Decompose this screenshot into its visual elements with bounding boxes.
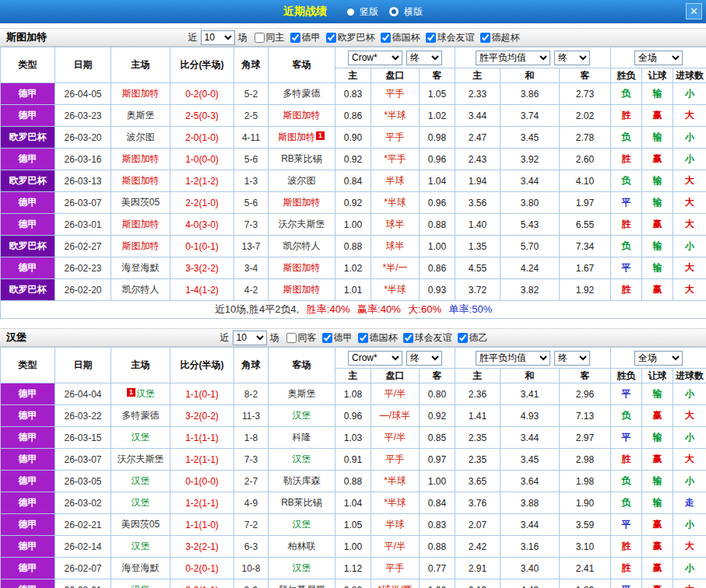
handicap-final-select[interactable]: 终	[406, 351, 442, 366]
result-goals: 小	[673, 427, 706, 449]
scope-select[interactable]: 全场	[634, 351, 683, 366]
handicap-line: 平手	[371, 127, 420, 149]
sub-column-header: 让球	[642, 369, 673, 383]
league-checkbox-label: 德国杯	[392, 31, 420, 44]
euro-away-odds: 2.78	[560, 127, 611, 149]
same-side-checkbox[interactable]: 同主	[249, 31, 285, 44]
league-checkbox[interactable]: 德甲	[285, 31, 321, 44]
home-team-cell: 汉堡	[111, 536, 170, 558]
corner-cell: 3-4	[234, 257, 269, 279]
same-side-checkbox[interactable]: 同客	[281, 331, 317, 345]
sub-column-header: 客	[420, 369, 455, 383]
sub-column-header: 和	[501, 369, 560, 383]
same-side-checkbox-input[interactable]	[286, 333, 297, 343]
column-header: 类型	[1, 348, 55, 383]
euro-away-odds: 1.90	[560, 492, 611, 514]
result-outcome: 胜	[611, 149, 642, 170]
match-date: 26-03-16	[55, 149, 111, 170]
match-row: 德甲26-03-22多特蒙德3-2(0-2)11-3汉堡0.96—/球半0.92…	[1, 405, 706, 427]
league-checkbox-input[interactable]	[322, 333, 332, 343]
bookmaker-select[interactable]: Crow*	[348, 51, 402, 65]
stats-summary-part: 赢率:40%	[354, 303, 400, 315]
league-checkbox-input[interactable]	[290, 33, 300, 43]
close-icon[interactable]: ✕	[686, 3, 702, 19]
euro-draw-odds: 3.45	[501, 449, 560, 471]
league-checkbox[interactable]: 球会友谊	[420, 31, 475, 44]
league-checkbox[interactable]: 德国杯	[353, 331, 398, 345]
league-checkbox[interactable]: 德国杯	[375, 31, 420, 44]
vertical-layout-radio[interactable]	[347, 9, 354, 16]
match-row: 德甲26-03-15汉堡1-1(1-1)1-8科隆1.03平/半0.852.35…	[1, 427, 706, 449]
corner-cell: 7-3	[234, 214, 269, 236]
recent-results-table: 类型日期主场比分(半场)角球客场Crow*终胜平负均值终全场主盘口客主和客胜负让…	[0, 347, 706, 588]
league-checkbox-input[interactable]	[426, 33, 436, 43]
league-checkbox[interactable]: 球会友谊	[398, 331, 452, 345]
match-date: 26-03-01	[55, 214, 111, 236]
sub-column-header: 盘口	[371, 68, 420, 83]
horizontal-layout-radio[interactable]	[389, 7, 399, 16]
result-outcome: 负	[611, 236, 642, 257]
result-handicap: 赢	[642, 105, 673, 127]
score-cell: 1-2(1-2)	[170, 170, 234, 192]
match-date: 26-03-15	[55, 427, 111, 449]
europe-odds-group-header: 胜平负均值终	[455, 47, 611, 68]
scope-select[interactable]: 全场	[634, 51, 683, 65]
league-checkbox-input[interactable]	[326, 33, 336, 43]
euro-away-odds: 2.96	[560, 383, 611, 405]
result-handicap: 赢	[642, 536, 673, 558]
match-date: 26-02-07	[55, 558, 111, 579]
corner-cell: 1-8	[234, 427, 269, 449]
league-checkbox-input[interactable]	[403, 333, 413, 343]
horizontal-layout-label[interactable]: 横版	[404, 5, 423, 19]
recent-count-select[interactable]: 10	[233, 331, 267, 345]
league-checkbox-input[interactable]	[358, 333, 368, 343]
result-goals: 大	[673, 214, 706, 236]
corner-cell: 1-3	[234, 170, 269, 192]
europe-final-select[interactable]: 终	[554, 351, 590, 366]
handicap-final-select[interactable]: 终	[406, 51, 442, 65]
league-checkbox[interactable]: 德甲	[317, 331, 353, 345]
result-handicap: 输	[642, 83, 673, 105]
handicap-home-odds: 0.82	[335, 579, 371, 588]
result-handicap: 赢	[642, 214, 673, 236]
stats-summary-part: 胜率:40%	[304, 303, 349, 315]
red-card-badge: 1	[316, 131, 325, 140]
match-row: 德甲26-02-14汉堡3-2(2-1)6-3柏林联1.00平/半0.882.4…	[1, 536, 706, 558]
corner-cell: 7-2	[234, 514, 269, 536]
home-team-cell: 波尔图	[111, 127, 170, 149]
home-team-cell: 斯图加特	[111, 149, 170, 170]
league-checkbox-input[interactable]	[381, 33, 391, 43]
away-team-cell: 勒沃库森	[269, 471, 335, 492]
bookmaker-select[interactable]: Crow*	[348, 351, 402, 366]
score-cell: 4-0(3-0)	[170, 214, 234, 236]
sub-column-header: 主	[455, 369, 501, 383]
league-checkbox[interactable]: 欧罗巴杯	[321, 31, 375, 44]
handicap-away-odds: 0.80	[420, 383, 455, 405]
away-team-cell: 沃尔夫斯堡	[269, 214, 335, 236]
league-checkbox[interactable]: 德乙	[452, 331, 488, 345]
handicap-home-odds: 1.12	[335, 558, 371, 579]
result-handicap: 赢	[642, 514, 673, 536]
europe-odds-select[interactable]: 胜平负均值	[476, 51, 550, 65]
league-checkbox-input[interactable]	[480, 33, 490, 43]
europe-final-select[interactable]: 终	[554, 51, 590, 65]
vertical-layout-label[interactable]: 竖版	[360, 5, 378, 19]
corner-cell: 7-3	[234, 449, 269, 471]
match-date: 26-04-05	[55, 83, 111, 105]
handicap-home-odds: 0.86	[335, 105, 371, 127]
same-side-checkbox-label: 同主	[266, 31, 285, 44]
column-header: 主场	[111, 47, 170, 83]
recent-count-select[interactable]: 10	[201, 30, 235, 45]
europe-odds-select[interactable]: 胜平负均值	[476, 351, 550, 366]
handicap-home-odds: 1.03	[335, 427, 371, 449]
handicap-line: 平手	[371, 83, 420, 105]
league-checkbox[interactable]: 德超杯	[475, 31, 520, 44]
euro-away-odds: 7.13	[560, 405, 611, 427]
handicap-away-odds: 1.02	[420, 105, 455, 127]
match-row: 德甲26-03-07沃尔夫斯堡1-2(1-1)7-3汉堡0.91平手0.972.…	[1, 449, 706, 471]
result-outcome: 胜	[611, 536, 642, 558]
result-outcome: 胜	[611, 449, 642, 471]
league-checkbox-input[interactable]	[458, 333, 468, 343]
same-side-checkbox-input[interactable]	[255, 33, 265, 43]
score-cell: 3-2(0-2)	[170, 405, 234, 427]
